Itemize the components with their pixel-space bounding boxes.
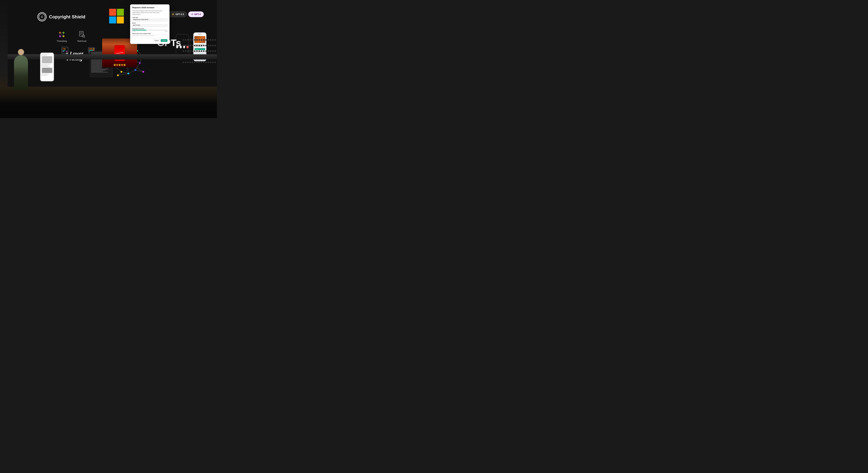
phone-left-screen — [40, 53, 54, 81]
cancel-button[interactable]: Cancel — [153, 39, 160, 42]
coke-lights — [102, 64, 137, 66]
svg-rect-11 — [80, 31, 83, 36]
svg-rect-24 — [89, 49, 93, 49]
rate-limit-label: Requested rate limit — [132, 28, 167, 29]
terminal-line — [91, 61, 102, 62]
svg-point-19 — [64, 48, 65, 49]
chat-line — [41, 66, 50, 67]
svg-line-50 — [135, 70, 143, 72]
threading-icon — [58, 31, 66, 38]
model-select[interactable]: gpt-3.5-turbo — [132, 24, 167, 27]
terminal-line — [91, 69, 108, 69]
threading-tool: Threading — [57, 31, 67, 42]
range-unit: RPM — [165, 31, 167, 32]
svg-line-36 — [128, 70, 135, 73]
dialog-subtitle: If the limits outlined in the tiers don'… — [132, 10, 167, 16]
range-current: 25,000 — [132, 31, 135, 32]
chat-line — [41, 75, 48, 76]
ms-blue — [109, 17, 116, 24]
model-label: Model — [132, 22, 167, 24]
stage-floor — [8, 54, 217, 60]
speaker-head — [18, 49, 24, 55]
presentation-screen: © Copyright Shield — [8, 0, 217, 87]
copyright-shield-section: © Copyright Shield — [37, 12, 85, 21]
svg-text:©: © — [41, 16, 43, 19]
coke-light — [117, 64, 118, 66]
svg-point-59 — [134, 69, 136, 71]
svg-point-61 — [121, 71, 122, 72]
terminal-line — [91, 66, 104, 66]
limit-type-label: Limit type — [132, 17, 167, 18]
gpt35-icon: ⚡ — [172, 13, 175, 16]
gpt4-icon: ✦ — [191, 13, 193, 16]
ms-red — [109, 9, 116, 16]
coke-light — [114, 64, 116, 66]
coke-label: Coca-Cola — [116, 52, 123, 54]
why-label: Why do you need a higher limit? — [132, 33, 167, 34]
svg-rect-21 — [62, 51, 64, 52]
request-limit-dialog: Request a limit increase If the limits o… — [130, 4, 169, 44]
dialog-title: Request a limit increase — [132, 6, 167, 8]
svg-point-27 — [93, 48, 94, 49]
phone-left — [40, 53, 54, 81]
svg-point-58 — [139, 62, 141, 64]
chat-line — [41, 74, 49, 75]
svg-point-66 — [143, 71, 144, 72]
svg-line-16 — [84, 37, 85, 38]
limit-type-select[interactable]: Requests per minute (RPM) — [132, 19, 167, 21]
phone-image — [42, 56, 52, 63]
svg-rect-20 — [62, 50, 65, 51]
coke-light — [124, 64, 125, 66]
audience-area — [0, 87, 217, 118]
svg-rect-25 — [89, 50, 93, 51]
stage: © Copyright Shield — [0, 0, 217, 118]
speaker-body — [14, 55, 28, 90]
tools-row-1: Threading Retrieval — [57, 31, 86, 42]
chat-line — [41, 54, 50, 54]
retrieval-tool: Retrieval — [78, 31, 86, 42]
svg-point-60 — [127, 72, 129, 75]
gpt4-label: GPT-4 — [194, 13, 201, 16]
rate-limit-range: 25,000 RPM — [132, 30, 167, 32]
why-textarea[interactable]: Describe what you'd like to use higher l… — [132, 35, 167, 38]
grid-pattern — [182, 38, 217, 67]
range-labels: 25,000 RPM — [132, 31, 167, 32]
microsoft-logo — [109, 9, 124, 24]
gpt35-button[interactable]: ⚡ GPT-3.5 — [168, 11, 187, 17]
phone-image-2 — [42, 68, 52, 73]
audience-silhouette — [0, 90, 217, 118]
shield-icon: © — [37, 12, 46, 21]
svg-point-67 — [117, 75, 119, 76]
retrieval-icon — [78, 31, 86, 38]
range-track — [132, 30, 167, 30]
threading-label: Threading — [57, 40, 67, 42]
terminal-line — [91, 71, 103, 71]
ms-green — [117, 9, 124, 16]
svg-line-37 — [121, 72, 128, 73]
svg-point-18 — [63, 48, 64, 49]
gpt35-label: GPT-3.5 — [176, 13, 184, 16]
ms-yellow — [117, 17, 124, 24]
gpt-buttons-group: ⚡ GPT-3.5 ✦ GPT-4 — [168, 11, 204, 17]
copyright-title: Copyright Shield — [49, 14, 85, 20]
terminal-line — [91, 70, 106, 70]
phone-chat-header: ChatGPT — [194, 33, 206, 35]
terminal-line — [91, 72, 108, 72]
coke-light — [119, 64, 120, 66]
submit-button[interactable]: Submit — [161, 39, 167, 42]
gpt4-button[interactable]: ✦ GPT-4 — [188, 11, 204, 17]
chat-line — [41, 64, 51, 65]
chat-line — [41, 65, 48, 66]
retrieval-label: Retrieval — [78, 40, 86, 42]
dialog-actions: Cancel Submit — [132, 39, 167, 42]
coke-light — [121, 64, 123, 66]
terminal-line — [91, 68, 101, 68]
chat-line — [41, 55, 47, 56]
range-fill — [132, 30, 146, 30]
